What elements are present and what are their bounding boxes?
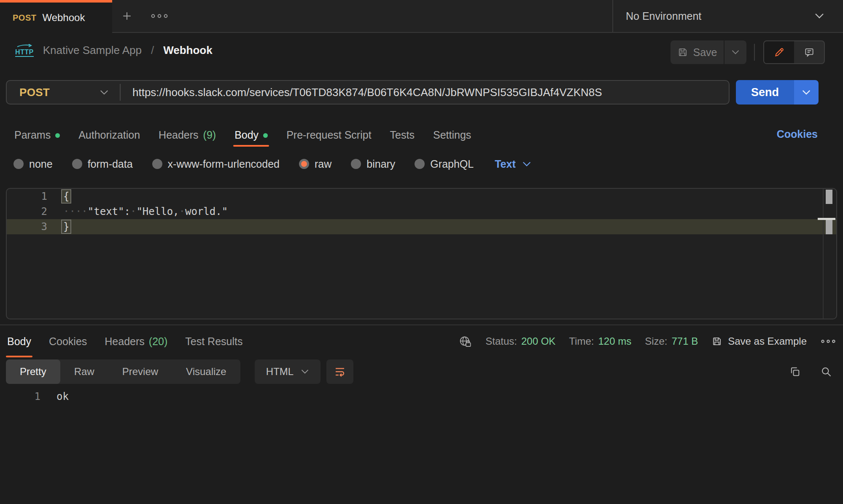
raw-format-selector[interactable]: Text <box>495 158 531 170</box>
send-options-button[interactable] <box>794 80 819 105</box>
line-number: 1 <box>7 190 47 202</box>
tab-tests[interactable]: Tests <box>390 123 415 147</box>
more-options-icon <box>150 13 169 19</box>
code-text: "text": <box>88 206 130 217</box>
copy-button[interactable] <box>789 366 801 378</box>
chevron-down-icon <box>100 90 109 95</box>
status-label: Status: <box>485 335 517 347</box>
response-tab-headers[interactable]: Headers (20) <box>105 325 167 357</box>
response-tab-cookies[interactable]: Cookies <box>49 325 87 357</box>
send-button-group: Send <box>736 80 819 105</box>
body-type-none[interactable]: none <box>13 158 53 170</box>
view-pretty[interactable]: Pretty <box>6 359 60 384</box>
size-pair: Size: 771 B <box>645 335 698 347</box>
url-input[interactable] <box>121 86 729 99</box>
body-type-form-data[interactable]: form-data <box>72 158 133 170</box>
view-preview[interactable]: Preview <box>108 359 172 384</box>
chevron-down-icon <box>301 369 309 374</box>
breadcrumb-collection[interactable]: Knative Sample App <box>43 44 142 57</box>
response-header: Body Cookies Headers (20) Test Results <box>0 325 843 357</box>
view-visualize[interactable]: Visualize <box>172 359 240 384</box>
edit-comment-button-group <box>763 40 825 64</box>
scrollbar-mark[interactable] <box>826 220 832 234</box>
save-button[interactable]: Save <box>671 40 724 64</box>
response-options-button[interactable] <box>820 339 836 344</box>
search-icon <box>820 366 832 378</box>
size-value: 771 B <box>672 335 698 347</box>
time-label: Time: <box>569 335 594 347</box>
breadcrumb-request-name[interactable]: Webhook <box>163 44 213 57</box>
send-label: Send <box>751 86 779 99</box>
comment-button[interactable] <box>794 41 824 63</box>
bracket-highlight: } <box>61 220 71 234</box>
green-dot-icon <box>55 133 60 138</box>
body-type-urlencoded[interactable]: x-www-form-urlencoded <box>152 158 280 170</box>
time-value: 120 ms <box>598 335 631 347</box>
send-button[interactable]: Send <box>736 80 794 105</box>
save-as-example-button[interactable]: Save as Example <box>711 335 807 347</box>
method-selector[interactable]: POST <box>7 81 120 104</box>
tab-strip: POST Webhook No Environment <box>0 0 843 33</box>
tab-pre-request-script[interactable]: Pre-request Script <box>286 123 371 147</box>
code-line: 2 ····"text":·"Hello,·world." <box>7 204 836 219</box>
time-pair: Time: 120 ms <box>569 335 631 347</box>
response-body-viewer[interactable]: 1 ok <box>0 388 843 405</box>
request-tab-webhook[interactable]: POST Webhook <box>0 0 112 33</box>
chevron-down-icon <box>731 50 740 55</box>
code-text: world." <box>185 206 228 217</box>
pencil-icon <box>774 47 785 58</box>
whitespace-dots: · <box>130 206 136 217</box>
view-raw[interactable]: Raw <box>60 359 108 384</box>
body-type-binary[interactable]: binary <box>351 158 395 170</box>
edit-request-button[interactable] <box>764 41 794 63</box>
environment-selector[interactable]: No Environment <box>612 0 843 33</box>
network-info-button[interactable] <box>458 335 472 348</box>
tab-params[interactable]: Params <box>14 123 60 147</box>
line-number: 2 <box>7 206 47 217</box>
radio-icon <box>152 159 162 169</box>
chevron-down-icon <box>522 161 531 167</box>
response-format-selector[interactable]: HTML <box>255 359 321 384</box>
headers-count-badge: (9) <box>203 129 216 141</box>
search-response-button[interactable] <box>820 366 832 378</box>
whitespace-dots: ···· <box>63 206 88 217</box>
response-toolbar: Pretty Raw Preview Visualize HTML <box>6 359 837 384</box>
save-button-group: Save <box>671 40 746 64</box>
more-options-icon <box>820 339 836 344</box>
tab-settings[interactable]: Settings <box>433 123 471 147</box>
tab-authorization[interactable]: Authorization <box>78 123 140 147</box>
tab-body[interactable]: Body <box>234 123 268 147</box>
cookies-link[interactable]: Cookies <box>777 123 818 145</box>
postman-app: POST Webhook No Environment HTTP Knati <box>0 0 843 504</box>
radio-icon <box>415 159 425 169</box>
radio-icon <box>351 159 361 169</box>
radio-icon <box>13 159 24 169</box>
scrollbar-mark[interactable] <box>826 190 832 204</box>
globe-lock-icon <box>458 335 472 348</box>
status-value: 200 OK <box>521 335 555 347</box>
save-options-button[interactable] <box>724 40 746 64</box>
save-icon <box>711 336 722 347</box>
save-label: Save <box>693 46 717 59</box>
tab-headers[interactable]: Headers (9) <box>159 123 216 147</box>
overview-ruler <box>823 189 824 319</box>
line-number: 1 <box>0 391 40 402</box>
code-line-active[interactable]: 3 } <box>7 219 836 234</box>
tab-options-button[interactable] <box>150 13 169 19</box>
bracket-highlight: { <box>61 189 71 204</box>
response-text: ok <box>40 391 69 402</box>
code-text: "Hello, <box>136 206 179 217</box>
response-line: 1 ok <box>0 388 843 405</box>
body-type-raw[interactable]: raw <box>299 158 331 170</box>
wrap-text-button[interactable] <box>326 359 353 384</box>
plus-icon <box>121 10 133 22</box>
response-tab-test-results[interactable]: Test Results <box>185 325 242 357</box>
new-tab-button[interactable] <box>121 10 133 22</box>
body-type-selector: none form-data x-www-form-urlencoded raw… <box>0 154 531 174</box>
comment-icon <box>804 47 815 58</box>
request-body-editor[interactable]: 1 { 2 ····"text":·"Hello,·world." 3 } <box>6 188 837 319</box>
body-type-graphql[interactable]: GraphQL <box>415 158 474 170</box>
breadcrumb-separator: / <box>151 44 154 57</box>
method-label: POST <box>19 86 50 99</box>
response-tab-body[interactable]: Body <box>7 325 31 357</box>
